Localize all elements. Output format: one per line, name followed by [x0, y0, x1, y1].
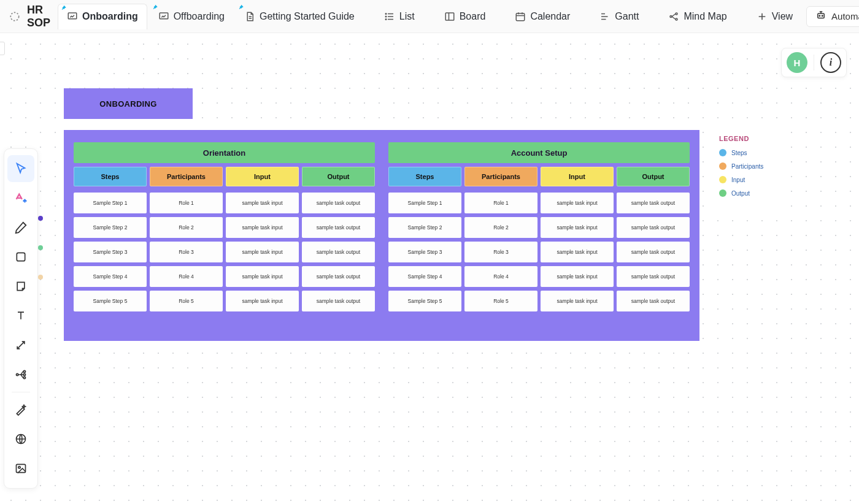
tab-gantt[interactable]: Gantt [591, 4, 647, 29]
col-header-participants[interactable]: Participants [150, 167, 223, 186]
cell-participant[interactable]: Role 5 [464, 291, 537, 311]
board-title-card[interactable]: ONBOARDING [64, 88, 193, 119]
cell-step[interactable]: Sample Step 1 [388, 193, 461, 213]
cell-participant[interactable]: Role 1 [150, 193, 223, 213]
cell-step[interactable]: Sample Step 3 [74, 242, 147, 262]
tool-magic[interactable] [7, 396, 34, 423]
whiteboard-canvas[interactable]: H i ONBOARDING [0, 33, 859, 504]
automate-button[interactable]: Automate [806, 6, 859, 27]
legend-card[interactable]: LEGEND Steps Participants Input Output [713, 130, 780, 207]
cell-participant[interactable]: Role 2 [150, 217, 223, 238]
cell-step[interactable]: Sample Step 5 [388, 291, 461, 311]
col-header-output[interactable]: Output [617, 167, 690, 186]
app-title: HR SOP [27, 4, 50, 29]
cell-step[interactable]: Sample Step 2 [74, 217, 147, 238]
cell-output[interactable]: sample task output [302, 242, 375, 262]
tab-list[interactable]: List [376, 4, 423, 29]
cell-step[interactable]: Sample Step 1 [74, 193, 147, 213]
section-account-setup[interactable]: Account Setup Steps Participants Input O… [388, 142, 690, 329]
cell-input[interactable]: sample task input [541, 217, 614, 238]
cell-input[interactable]: sample task input [226, 242, 299, 262]
user-avatar[interactable]: H [787, 52, 807, 73]
cell-input[interactable]: sample task input [541, 266, 614, 287]
section-header[interactable]: Account Setup [388, 142, 690, 163]
cell-output[interactable]: sample task output [617, 291, 690, 311]
section-header[interactable]: Orientation [74, 142, 375, 163]
plus-icon [757, 11, 768, 22]
cell-step[interactable]: Sample Step 4 [74, 266, 147, 287]
tab-mind-map[interactable]: Mind Map [660, 4, 735, 29]
cell-step[interactable]: Sample Step 3 [388, 242, 461, 262]
tool-pen[interactable] [7, 214, 34, 241]
legend-dot-icon [719, 149, 726, 156]
cell-input[interactable]: sample task input [226, 291, 299, 311]
cell-output[interactable]: sample task output [617, 266, 690, 287]
cell-output[interactable]: sample task output [617, 242, 690, 262]
svg-point-10 [676, 18, 677, 20]
cell-output[interactable]: sample task output [617, 193, 690, 213]
tab-label: Board [460, 11, 486, 22]
tool-rectangle[interactable] [7, 243, 34, 270]
col-header-input[interactable]: Input [541, 167, 614, 186]
tab-board[interactable]: Board [436, 4, 495, 29]
pin-icon [152, 2, 158, 8]
tool-connector[interactable] [7, 332, 34, 359]
tool-sticky[interactable] [7, 273, 34, 300]
cell-input[interactable]: sample task input [541, 291, 614, 311]
tab-getting-started-guide[interactable]: Getting Started Guide [236, 4, 363, 29]
tab-onboarding[interactable]: Onboarding [58, 4, 147, 29]
cell-participant[interactable]: Role 1 [464, 193, 537, 213]
cell-output[interactable]: sample task output [302, 266, 375, 287]
automate-group: Automate [806, 6, 859, 27]
cell-input[interactable]: sample task input [226, 193, 299, 213]
tool-ai[interactable] [7, 185, 34, 212]
cell-input[interactable]: sample task input [541, 242, 614, 262]
tool-text[interactable] [7, 302, 34, 329]
cell-input[interactable]: sample task input [226, 266, 299, 287]
cell-participant[interactable]: Role 4 [150, 266, 223, 287]
table-row: Sample Step 1 Role 1 sample task input s… [74, 193, 375, 213]
cell-participant[interactable]: Role 2 [464, 217, 537, 238]
separator [814, 55, 814, 71]
cell-participant[interactable]: Role 3 [150, 242, 223, 262]
tab-calendar[interactable]: Calendar [506, 4, 579, 29]
col-header-output[interactable]: Output [302, 167, 375, 186]
cell-participant[interactable]: Role 5 [150, 291, 223, 311]
cell-output[interactable]: sample task output [617, 217, 690, 238]
tool-web[interactable] [7, 426, 34, 452]
cell-output[interactable]: sample task output [302, 291, 375, 311]
tool-branch[interactable] [7, 361, 34, 388]
section-rows: Sample Step 1 Role 1 sample task input s… [74, 193, 375, 311]
col-header-steps[interactable]: Steps [388, 167, 461, 186]
board-frame[interactable]: Orientation Steps Participants Input Out… [64, 130, 699, 341]
section-orientation[interactable]: Orientation Steps Participants Input Out… [74, 142, 375, 329]
toolbar-separator [12, 392, 30, 392]
col-header-input[interactable]: Input [226, 167, 299, 186]
cell-output[interactable]: sample task output [302, 217, 375, 238]
col-header-steps[interactable]: Steps [74, 167, 147, 186]
tab-add-view[interactable]: View [748, 4, 801, 29]
cell-input[interactable]: sample task input [541, 193, 614, 213]
svg-point-16 [23, 370, 25, 372]
collapse-handle[interactable] [0, 42, 5, 55]
left-toolbar [4, 148, 38, 489]
cell-participant[interactable]: Role 4 [464, 266, 537, 287]
cell-step[interactable]: Sample Step 4 [388, 266, 461, 287]
svg-point-17 [23, 373, 25, 375]
cell-participant[interactable]: Role 3 [464, 242, 537, 262]
cell-step[interactable]: Sample Step 5 [74, 291, 147, 311]
info-button[interactable]: i [820, 52, 841, 73]
svg-rect-14 [17, 253, 25, 261]
tab-label: Mind Map [684, 11, 726, 22]
cell-input[interactable]: sample task input [226, 217, 299, 238]
cell-step[interactable]: Sample Step 2 [388, 217, 461, 238]
cell-output[interactable]: sample task output [302, 193, 375, 213]
tab-offboarding[interactable]: Offboarding [150, 4, 233, 29]
column-headers: Steps Participants Input Output [74, 167, 375, 186]
table-row: Sample Step 5 Role 5 sample task input s… [388, 291, 690, 311]
col-header-participants[interactable]: Participants [464, 167, 537, 186]
tool-cursor[interactable] [7, 155, 34, 182]
app-logo-icon [9, 7, 21, 26]
tool-image[interactable] [7, 455, 34, 482]
automate-label: Automate [831, 11, 859, 21]
